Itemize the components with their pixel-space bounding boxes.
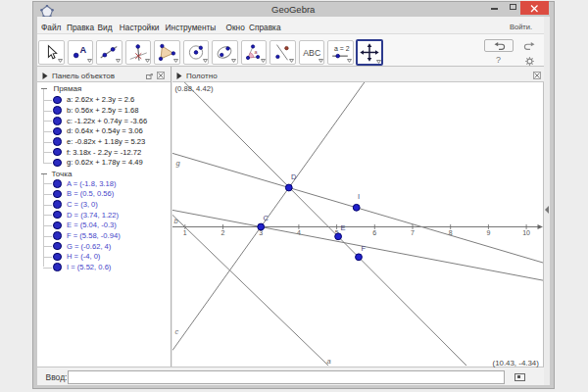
svg-text:A: A bbox=[79, 45, 86, 55]
svg-text:6: 6 bbox=[372, 229, 376, 236]
svg-text:F: F bbox=[361, 244, 366, 253]
svg-text:E: E bbox=[340, 223, 345, 232]
svg-text:a: a bbox=[254, 49, 258, 55]
svg-text:10: 10 bbox=[522, 229, 530, 236]
svg-text:7: 7 bbox=[411, 229, 415, 236]
svg-text:D: D bbox=[291, 172, 297, 181]
svg-text:(0.88, 4.42): (0.88, 4.42) bbox=[174, 84, 213, 93]
svg-text:1: 1 bbox=[182, 229, 186, 236]
svg-text:c: c bbox=[174, 327, 178, 336]
svg-text:4: 4 bbox=[296, 229, 300, 236]
svg-text:ABC: ABC bbox=[303, 48, 320, 58]
svg-text:C: C bbox=[263, 214, 269, 222]
svg-text:2: 2 bbox=[220, 229, 224, 236]
svg-text:I: I bbox=[358, 192, 360, 201]
svg-text:b: b bbox=[173, 217, 177, 225]
svg-text:a: a bbox=[326, 357, 330, 366]
svg-text:a = 2: a = 2 bbox=[334, 45, 350, 52]
svg-text:g: g bbox=[175, 159, 180, 168]
svg-text:9: 9 bbox=[486, 229, 490, 236]
